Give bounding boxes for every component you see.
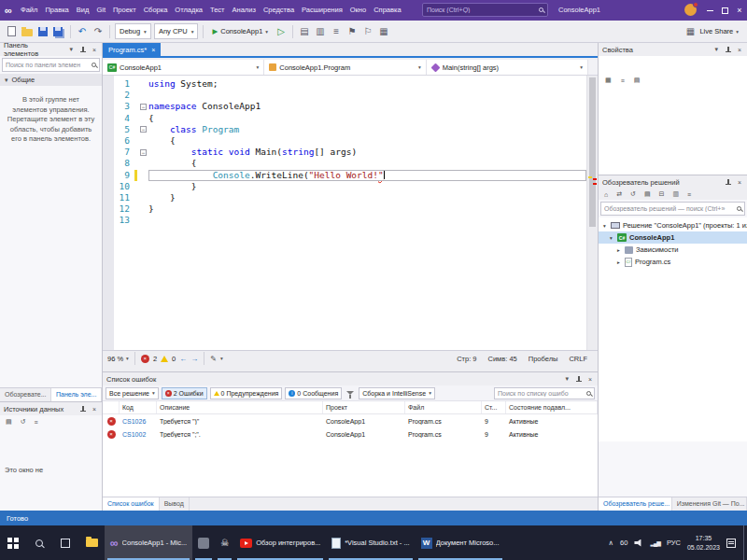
line-number[interactable]: 12 xyxy=(114,203,134,215)
split-window-button[interactable] xyxy=(588,60,598,75)
line-number[interactable]: 8 xyxy=(114,158,134,169)
taskbar-app-unknown[interactable] xyxy=(192,525,215,560)
toolbox-header[interactable]: Панель элементов ▾ × xyxy=(0,43,102,56)
tree-item-dependencies[interactable]: ▸ Зависимости xyxy=(599,244,747,256)
vs-logo-icon[interactable]: ∞ xyxy=(0,5,17,16)
error-count-icon[interactable]: × xyxy=(141,355,149,363)
taskbar-app-notepad[interactable]: *Visual Studio.txt - ... xyxy=(326,525,415,560)
solution-explorer-search[interactable] xyxy=(600,202,745,216)
new-project-button[interactable] xyxy=(5,25,18,38)
filter-button[interactable] xyxy=(345,391,356,395)
bookmark-flag-outline-icon[interactable]: ⚐ xyxy=(361,25,374,38)
code-line[interactable]: 7− static void Main(string[] args) xyxy=(103,147,586,158)
add-source-icon[interactable]: ▤ xyxy=(4,418,14,426)
menu-item[interactable]: Вид xyxy=(73,0,93,21)
tab-git-changes[interactable]: Изменения Git — По... xyxy=(672,497,747,511)
chevron-down-icon[interactable]: ▾ xyxy=(67,46,75,53)
configure-icon[interactable]: ≡ xyxy=(33,418,40,426)
menu-item[interactable]: Тест xyxy=(206,0,229,21)
source-dropdown[interactable]: Сборка и IntelliSense▾ xyxy=(359,387,435,399)
save-all-button[interactable] xyxy=(52,25,65,38)
project-dropdown[interactable]: C# ConsoleApp1 ▾ xyxy=(103,60,264,75)
taskbar-search-button[interactable] xyxy=(26,525,52,560)
line-number[interactable]: 11 xyxy=(114,192,134,203)
close-icon[interactable]: × xyxy=(736,47,743,53)
code-line[interactable]: 12} xyxy=(103,203,586,215)
code-line[interactable]: 13 xyxy=(103,215,586,226)
code-text[interactable]: } xyxy=(148,203,586,215)
sync-icon[interactable]: ⇄ xyxy=(614,190,624,198)
code-text[interactable]: using System; xyxy=(148,78,586,90)
battery-percent[interactable]: 60 xyxy=(620,539,627,547)
solution-explorer-search-input[interactable] xyxy=(604,205,735,212)
column-line[interactable]: Ст... xyxy=(482,401,506,413)
navigate-forward-icon[interactable]: → xyxy=(190,355,198,363)
expander-icon[interactable]: ▸ xyxy=(615,259,622,265)
error-list-header[interactable]: Список ошибок ▾ × xyxy=(103,372,598,385)
type-dropdown[interactable]: ConsoleApp1.Program ▾ xyxy=(264,60,426,75)
line-number[interactable]: 5 xyxy=(114,124,134,135)
zoom-selector[interactable]: 96 %▾ xyxy=(107,355,129,363)
preview-code-icon[interactable]: ≡ xyxy=(685,190,693,198)
refresh-icon[interactable]: ↺ xyxy=(19,418,28,426)
toolbox-search-input[interactable] xyxy=(6,62,90,68)
menu-item[interactable]: Проект xyxy=(109,0,140,21)
menu-item[interactable]: Расширения xyxy=(298,0,346,21)
fold-margin[interactable]: − xyxy=(138,101,148,112)
taskbar-app-word[interactable]: W Документ Microso... xyxy=(416,525,505,560)
home-icon[interactable]: ⌂ xyxy=(602,190,610,198)
close-icon[interactable]: × xyxy=(91,406,98,413)
minimize-button[interactable] xyxy=(702,0,717,21)
configuration-dropdown[interactable]: Debug▾ xyxy=(115,23,151,39)
error-row[interactable]: × CS1026 Требуется ")" ConsoleApp1 Progr… xyxy=(103,414,598,427)
line-number[interactable]: 1 xyxy=(114,78,134,90)
code-line[interactable]: 6 { xyxy=(103,135,586,147)
code-text[interactable]: static void Main(string[] args) xyxy=(148,147,586,158)
network-icon[interactable]: ▂▄▆ xyxy=(650,540,659,546)
code-text[interactable]: } xyxy=(148,192,586,203)
quick-search-input[interactable] xyxy=(427,7,537,13)
code-line[interactable]: 9 Console.WriteLine("Hello World!" xyxy=(103,170,586,181)
errorlist-search-input[interactable] xyxy=(498,390,585,397)
code-text[interactable] xyxy=(148,90,586,101)
tab-error-list[interactable]: Список ошибок xyxy=(103,497,160,511)
code-text[interactable]: { xyxy=(148,158,586,169)
line-number[interactable]: 9 xyxy=(114,170,134,181)
close-icon[interactable]: × xyxy=(91,47,98,53)
warnings-filter-button[interactable]: 0 Предупреждения xyxy=(210,387,283,399)
file-explorer-button[interactable] xyxy=(78,525,105,560)
live-share-button[interactable]: ▦Live Share▾ xyxy=(684,25,742,38)
column-code[interactable]: Код xyxy=(120,401,157,413)
spaces-indicator[interactable]: Пробелы xyxy=(529,355,558,363)
menu-item[interactable]: Сборка xyxy=(140,0,172,21)
show-all-files-icon[interactable]: ▤ xyxy=(642,190,653,198)
pin-icon[interactable] xyxy=(77,405,89,413)
tab-toolbox[interactable]: Панель эле... xyxy=(51,388,102,401)
hidden-icons-chevron[interactable]: ∧ xyxy=(609,539,614,547)
code-text[interactable]: { xyxy=(148,135,586,147)
start-debugging-button[interactable]: ▶ConsoleApp1▾ xyxy=(208,23,272,39)
taskbar-app-visual-studio[interactable]: ∞ ConsoleApp1 - Mic... xyxy=(105,525,192,560)
menu-item[interactable]: Git xyxy=(92,0,109,21)
line-number[interactable]: 6 xyxy=(114,135,134,147)
toolbar-icon-list[interactable]: ≡ xyxy=(330,25,343,38)
close-icon[interactable]: × xyxy=(151,47,155,53)
pin-icon[interactable] xyxy=(722,46,734,54)
taskbar-clock[interactable]: 17:35 05.02.2023 xyxy=(687,534,720,551)
categorized-icon[interactable]: ▦ xyxy=(603,77,613,84)
code-line[interactable]: 5− class Program xyxy=(103,124,586,135)
code-line[interactable]: 4{ xyxy=(103,113,586,124)
menu-item[interactable]: Правка xyxy=(41,0,72,21)
action-center-icon[interactable] xyxy=(726,539,736,548)
code-text[interactable]: { xyxy=(148,113,586,124)
chevron-down-icon[interactable]: ▾ xyxy=(220,356,223,361)
pin-icon[interactable] xyxy=(572,375,585,384)
toolbar-icon-grid3[interactable]: ▦ xyxy=(377,25,390,38)
chevron-down-icon[interactable]: ▾ xyxy=(563,375,571,383)
menu-item[interactable]: Анализ xyxy=(229,0,260,21)
maximize-button[interactable] xyxy=(717,0,732,21)
redo-button[interactable]: ↷ xyxy=(92,25,105,38)
tree-item-project[interactable]: ▾ C# ConsoleApp1 xyxy=(599,231,747,244)
toolbar-icon-grid[interactable]: ▤ xyxy=(298,25,311,38)
code-line[interactable]: 2 xyxy=(103,90,586,101)
